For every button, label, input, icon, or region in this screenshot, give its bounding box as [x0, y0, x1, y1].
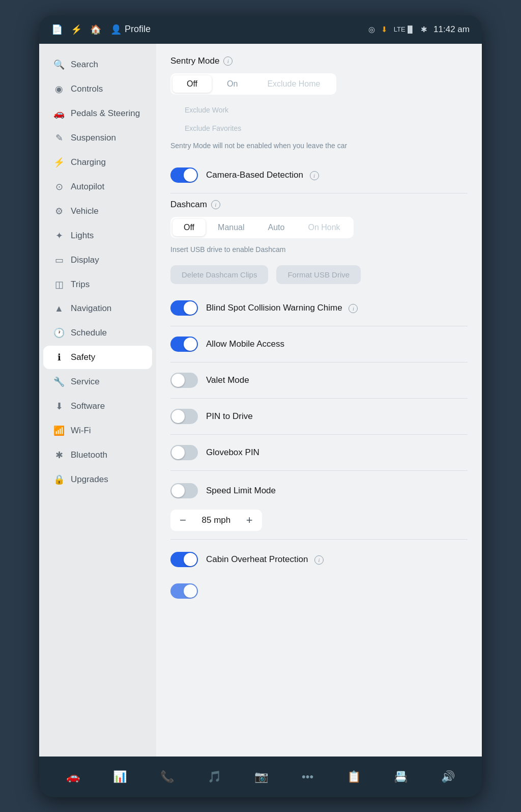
taskbar-equalizer[interactable]: 📊 [113, 770, 127, 783]
mobile-access-label: Allow Mobile Access [206, 339, 284, 349]
extra-toggle[interactable] [170, 583, 198, 599]
sidebar-item-display[interactable]: ▭ Display [43, 248, 152, 272]
camera-detection-row: Camera-Based Detection i [170, 161, 468, 189]
sidebar-item-navigation[interactable]: ▲ Navigation [43, 297, 152, 320]
mobile-access-toggle[interactable] [170, 337, 198, 352]
blind-spot-info-icon[interactable]: i [349, 304, 358, 313]
sidebar-item-pedals[interactable]: 🚗 Pedals & Steering [43, 102, 152, 125]
speed-limit-toggle[interactable] [170, 483, 198, 498]
pin-drive-label: PIN to Drive [206, 411, 253, 422]
sidebar-item-controls[interactable]: ◉ Controls [43, 77, 152, 101]
pin-drive-row: PIN to Drive [170, 403, 468, 430]
sidebar-item-charging[interactable]: ⚡ Charging [43, 151, 152, 174]
status-bar: 📄 ⚡ 🏠 👤 Profile ◎ ⬇ LTE▐▌ ✱ 11:42 am [39, 15, 482, 44]
sidebar-item-vehicle[interactable]: ⚙ Vehicle [43, 200, 152, 223]
vehicle-icon: ⚙ [53, 206, 65, 217]
sidebar-label-charging: Charging [71, 157, 106, 167]
sidebar-label-autopilot: Autopilot [71, 182, 104, 192]
sidebar-label-pedals: Pedals & Steering [71, 108, 140, 119]
dashcam-off-btn[interactable]: Off [172, 219, 206, 236]
dashcam-honk-btn: On Honk [297, 219, 351, 236]
taskbar-dots[interactable]: ••• [302, 770, 313, 783]
clock: 11:42 am [433, 24, 470, 35]
dashcam-title: Dashcam i [170, 200, 468, 210]
pin-drive-toggle[interactable] [170, 409, 198, 424]
taskbar-phone[interactable]: 📞 [160, 770, 174, 783]
taskbar-contact[interactable]: 📇 [394, 770, 408, 783]
left-icons: 📄 ⚡ 🏠 [51, 24, 101, 35]
sidebar-item-bluetooth[interactable]: ✱ Bluetooth [43, 443, 152, 467]
divider-3 [170, 362, 468, 362]
sidebar-label-safety: Safety [71, 352, 95, 362]
extra-toggle-row [170, 583, 468, 599]
bolt-icon: ⚡ [71, 24, 82, 35]
sidebar-item-schedule[interactable]: 🕐 Schedule [43, 321, 152, 345]
sidebar-label-service: Service [71, 377, 100, 387]
car-icon: 🚗 [66, 770, 80, 783]
profile-section[interactable]: 👤 Profile [110, 24, 151, 35]
sidebar-item-search[interactable]: 🔍 Search [43, 53, 152, 76]
doc-icon: 📄 [51, 24, 63, 35]
camera-detection-toggle[interactable] [170, 167, 198, 183]
bluetooth-sidebar-icon: ✱ [53, 450, 65, 461]
cabin-info-icon[interactable]: i [314, 555, 324, 565]
taskbar-notepad[interactable]: 📋 [347, 770, 361, 783]
sidebar-label-navigation: Navigation [71, 303, 111, 314]
glovebox-label: Glovebox PIN [206, 447, 259, 458]
safety-icon: ℹ [53, 352, 65, 363]
valet-mode-toggle[interactable] [170, 373, 198, 388]
sidebar-item-software[interactable]: ⬇ Software [43, 395, 152, 418]
sidebar-label-wifi: Wi-Fi [71, 426, 91, 436]
trips-icon: ◫ [53, 279, 65, 290]
sidebar-item-wifi[interactable]: 📶 Wi-Fi [43, 419, 152, 442]
glovebox-toggle[interactable] [170, 445, 198, 460]
camera-info-icon[interactable]: i [310, 171, 319, 180]
notepad-icon: 📋 [347, 770, 361, 783]
dashcam-actions: Delete Dashcam Clips Format USB Drive [170, 265, 468, 284]
sidebar-item-service[interactable]: 🔧 Service [43, 370, 152, 394]
taskbar-music[interactable]: 🎵 [208, 770, 221, 783]
sidebar-label-trips: Trips [71, 279, 90, 290]
charging-icon: ⚡ [53, 157, 65, 168]
sidebar-item-autopilot[interactable]: ⊙ Autopilot [43, 175, 152, 199]
download-icon: ⬇ [381, 25, 388, 34]
contact-icon: 📇 [394, 770, 408, 783]
sidebar-label-software: Software [71, 401, 105, 411]
divider-1 [170, 193, 468, 193]
sidebar-label-schedule: Schedule [71, 328, 107, 338]
speed-decrement-btn[interactable]: − [180, 515, 186, 526]
sidebar-item-upgrades[interactable]: 🔒 Upgrades [43, 468, 152, 491]
sidebar-label-vehicle: Vehicle [71, 206, 99, 216]
dashcam-manual-btn[interactable]: Manual [207, 219, 255, 236]
sidebar-item-suspension[interactable]: ✎ Suspension [43, 126, 152, 150]
taskbar-camera[interactable]: 📷 [254, 770, 268, 783]
taskbar-car[interactable]: 🚗 [66, 770, 80, 783]
home-icon: 🏠 [90, 24, 101, 35]
sidebar-item-safety[interactable]: ℹ Safety [43, 346, 152, 369]
dashcam-auto-btn[interactable]: Auto [257, 219, 296, 236]
camera-icon: 📷 [254, 770, 268, 783]
cabin-overheat-row: Cabin Overheat Protection i [170, 546, 468, 573]
profile-icon: 👤 [110, 24, 122, 35]
speed-increment-btn[interactable]: + [246, 515, 253, 526]
cabin-overheat-toggle[interactable] [170, 552, 198, 567]
profile-label: Profile [125, 24, 151, 35]
sidebar-item-lights[interactable]: ✦ Lights [43, 224, 152, 247]
blind-spot-toggle[interactable] [170, 300, 198, 316]
sentry-info-icon[interactable]: i [223, 57, 233, 66]
taskbar-volume[interactable]: 🔊 [441, 770, 455, 783]
sentry-off-btn[interactable]: Off [172, 75, 212, 93]
wifi-icon: 📶 [53, 425, 65, 436]
device-frame: 📄 ⚡ 🏠 👤 Profile ◎ ⬇ LTE▐▌ ✱ 11:42 am 🔍 S… [39, 15, 482, 797]
sidebar-label-suspension: Suspension [71, 133, 116, 143]
dashcam-info-icon[interactable]: i [211, 200, 220, 209]
glovebox-row: Glovebox PIN [170, 439, 468, 466]
service-icon: 🔧 [53, 376, 65, 387]
volume-icon: 🔊 [441, 770, 455, 783]
sentry-on-btn[interactable]: On [213, 75, 252, 93]
sidebar-item-trips[interactable]: ◫ Trips [43, 273, 152, 296]
mobile-access-row: Allow Mobile Access [170, 330, 468, 358]
main-content: 🔍 Search ◉ Controls 🚗 Pedals & Steering … [39, 44, 482, 757]
dots-icon: ••• [302, 770, 313, 783]
software-icon: ⬇ [53, 401, 65, 412]
